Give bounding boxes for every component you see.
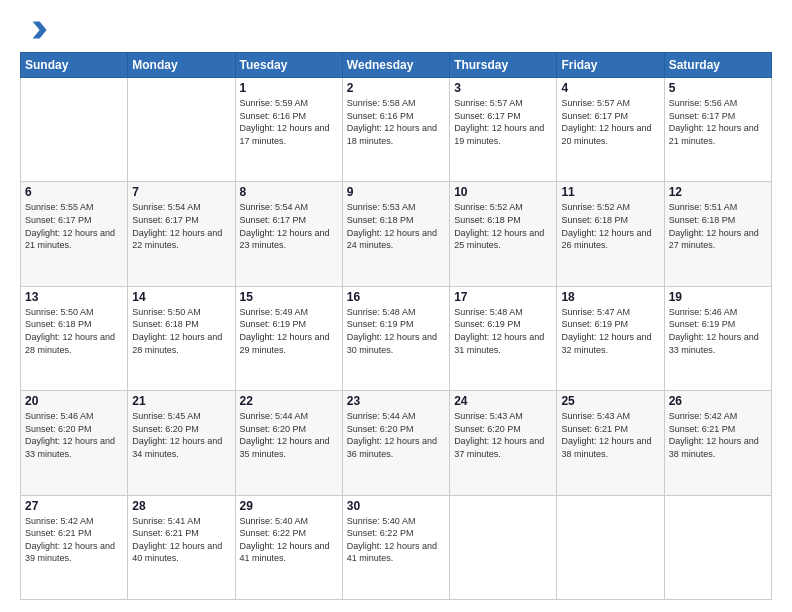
calendar-cell: 21Sunrise: 5:45 AM Sunset: 6:20 PM Dayli…	[128, 391, 235, 495]
calendar-cell: 6Sunrise: 5:55 AM Sunset: 6:17 PM Daylig…	[21, 182, 128, 286]
calendar-cell: 23Sunrise: 5:44 AM Sunset: 6:20 PM Dayli…	[342, 391, 449, 495]
day-number: 6	[25, 185, 123, 199]
calendar-week-row: 27Sunrise: 5:42 AM Sunset: 6:21 PM Dayli…	[21, 495, 772, 599]
calendar-cell: 29Sunrise: 5:40 AM Sunset: 6:22 PM Dayli…	[235, 495, 342, 599]
day-info: Sunrise: 5:53 AM Sunset: 6:18 PM Dayligh…	[347, 201, 445, 251]
day-number: 7	[132, 185, 230, 199]
calendar-table: SundayMondayTuesdayWednesdayThursdayFrid…	[20, 52, 772, 600]
calendar-cell: 2Sunrise: 5:58 AM Sunset: 6:16 PM Daylig…	[342, 78, 449, 182]
day-number: 30	[347, 499, 445, 513]
day-number: 15	[240, 290, 338, 304]
weekday-header: Sunday	[21, 53, 128, 78]
calendar-cell: 17Sunrise: 5:48 AM Sunset: 6:19 PM Dayli…	[450, 286, 557, 390]
day-info: Sunrise: 5:45 AM Sunset: 6:20 PM Dayligh…	[132, 410, 230, 460]
day-info: Sunrise: 5:54 AM Sunset: 6:17 PM Dayligh…	[132, 201, 230, 251]
svg-marker-0	[33, 22, 47, 39]
calendar-week-row: 20Sunrise: 5:46 AM Sunset: 6:20 PM Dayli…	[21, 391, 772, 495]
calendar-cell: 5Sunrise: 5:56 AM Sunset: 6:17 PM Daylig…	[664, 78, 771, 182]
calendar-week-row: 1Sunrise: 5:59 AM Sunset: 6:16 PM Daylig…	[21, 78, 772, 182]
calendar-cell: 14Sunrise: 5:50 AM Sunset: 6:18 PM Dayli…	[128, 286, 235, 390]
day-info: Sunrise: 5:52 AM Sunset: 6:18 PM Dayligh…	[561, 201, 659, 251]
day-number: 26	[669, 394, 767, 408]
day-info: Sunrise: 5:41 AM Sunset: 6:21 PM Dayligh…	[132, 515, 230, 565]
day-info: Sunrise: 5:40 AM Sunset: 6:22 PM Dayligh…	[347, 515, 445, 565]
day-info: Sunrise: 5:43 AM Sunset: 6:21 PM Dayligh…	[561, 410, 659, 460]
day-number: 16	[347, 290, 445, 304]
day-number: 9	[347, 185, 445, 199]
day-number: 25	[561, 394, 659, 408]
calendar-cell: 3Sunrise: 5:57 AM Sunset: 6:17 PM Daylig…	[450, 78, 557, 182]
day-info: Sunrise: 5:55 AM Sunset: 6:17 PM Dayligh…	[25, 201, 123, 251]
day-info: Sunrise: 5:47 AM Sunset: 6:19 PM Dayligh…	[561, 306, 659, 356]
calendar-week-row: 6Sunrise: 5:55 AM Sunset: 6:17 PM Daylig…	[21, 182, 772, 286]
day-number: 3	[454, 81, 552, 95]
calendar-cell: 10Sunrise: 5:52 AM Sunset: 6:18 PM Dayli…	[450, 182, 557, 286]
calendar-cell: 7Sunrise: 5:54 AM Sunset: 6:17 PM Daylig…	[128, 182, 235, 286]
calendar-cell	[450, 495, 557, 599]
day-info: Sunrise: 5:42 AM Sunset: 6:21 PM Dayligh…	[669, 410, 767, 460]
calendar-cell: 24Sunrise: 5:43 AM Sunset: 6:20 PM Dayli…	[450, 391, 557, 495]
day-info: Sunrise: 5:54 AM Sunset: 6:17 PM Dayligh…	[240, 201, 338, 251]
weekday-header: Monday	[128, 53, 235, 78]
calendar-cell: 16Sunrise: 5:48 AM Sunset: 6:19 PM Dayli…	[342, 286, 449, 390]
calendar-cell: 27Sunrise: 5:42 AM Sunset: 6:21 PM Dayli…	[21, 495, 128, 599]
day-number: 14	[132, 290, 230, 304]
day-info: Sunrise: 5:50 AM Sunset: 6:18 PM Dayligh…	[132, 306, 230, 356]
day-info: Sunrise: 5:58 AM Sunset: 6:16 PM Dayligh…	[347, 97, 445, 147]
day-number: 20	[25, 394, 123, 408]
calendar-cell: 28Sunrise: 5:41 AM Sunset: 6:21 PM Dayli…	[128, 495, 235, 599]
day-number: 8	[240, 185, 338, 199]
day-info: Sunrise: 5:56 AM Sunset: 6:17 PM Dayligh…	[669, 97, 767, 147]
day-number: 13	[25, 290, 123, 304]
calendar-cell: 19Sunrise: 5:46 AM Sunset: 6:19 PM Dayli…	[664, 286, 771, 390]
day-info: Sunrise: 5:46 AM Sunset: 6:20 PM Dayligh…	[25, 410, 123, 460]
day-info: Sunrise: 5:50 AM Sunset: 6:18 PM Dayligh…	[25, 306, 123, 356]
day-number: 12	[669, 185, 767, 199]
day-number: 19	[669, 290, 767, 304]
calendar-cell: 1Sunrise: 5:59 AM Sunset: 6:16 PM Daylig…	[235, 78, 342, 182]
day-number: 28	[132, 499, 230, 513]
day-info: Sunrise: 5:40 AM Sunset: 6:22 PM Dayligh…	[240, 515, 338, 565]
weekday-header: Wednesday	[342, 53, 449, 78]
day-info: Sunrise: 5:43 AM Sunset: 6:20 PM Dayligh…	[454, 410, 552, 460]
calendar-cell: 20Sunrise: 5:46 AM Sunset: 6:20 PM Dayli…	[21, 391, 128, 495]
day-number: 23	[347, 394, 445, 408]
calendar-cell: 9Sunrise: 5:53 AM Sunset: 6:18 PM Daylig…	[342, 182, 449, 286]
page: SundayMondayTuesdayWednesdayThursdayFrid…	[0, 0, 792, 612]
calendar-cell: 8Sunrise: 5:54 AM Sunset: 6:17 PM Daylig…	[235, 182, 342, 286]
header	[20, 16, 772, 44]
day-info: Sunrise: 5:42 AM Sunset: 6:21 PM Dayligh…	[25, 515, 123, 565]
day-number: 2	[347, 81, 445, 95]
calendar-week-row: 13Sunrise: 5:50 AM Sunset: 6:18 PM Dayli…	[21, 286, 772, 390]
calendar-cell: 13Sunrise: 5:50 AM Sunset: 6:18 PM Dayli…	[21, 286, 128, 390]
calendar-cell	[557, 495, 664, 599]
calendar-cell: 4Sunrise: 5:57 AM Sunset: 6:17 PM Daylig…	[557, 78, 664, 182]
day-info: Sunrise: 5:48 AM Sunset: 6:19 PM Dayligh…	[347, 306, 445, 356]
day-number: 22	[240, 394, 338, 408]
calendar-cell: 15Sunrise: 5:49 AM Sunset: 6:19 PM Dayli…	[235, 286, 342, 390]
day-number: 21	[132, 394, 230, 408]
logo-icon	[20, 16, 48, 44]
calendar-cell: 11Sunrise: 5:52 AM Sunset: 6:18 PM Dayli…	[557, 182, 664, 286]
day-info: Sunrise: 5:52 AM Sunset: 6:18 PM Dayligh…	[454, 201, 552, 251]
day-number: 11	[561, 185, 659, 199]
calendar-cell: 18Sunrise: 5:47 AM Sunset: 6:19 PM Dayli…	[557, 286, 664, 390]
day-number: 18	[561, 290, 659, 304]
calendar-cell	[664, 495, 771, 599]
weekday-header: Thursday	[450, 53, 557, 78]
day-info: Sunrise: 5:51 AM Sunset: 6:18 PM Dayligh…	[669, 201, 767, 251]
calendar-cell: 25Sunrise: 5:43 AM Sunset: 6:21 PM Dayli…	[557, 391, 664, 495]
day-info: Sunrise: 5:59 AM Sunset: 6:16 PM Dayligh…	[240, 97, 338, 147]
day-number: 24	[454, 394, 552, 408]
day-info: Sunrise: 5:48 AM Sunset: 6:19 PM Dayligh…	[454, 306, 552, 356]
weekday-header: Friday	[557, 53, 664, 78]
day-info: Sunrise: 5:49 AM Sunset: 6:19 PM Dayligh…	[240, 306, 338, 356]
day-number: 27	[25, 499, 123, 513]
day-info: Sunrise: 5:44 AM Sunset: 6:20 PM Dayligh…	[240, 410, 338, 460]
weekday-header: Tuesday	[235, 53, 342, 78]
day-info: Sunrise: 5:57 AM Sunset: 6:17 PM Dayligh…	[454, 97, 552, 147]
day-number: 29	[240, 499, 338, 513]
day-number: 4	[561, 81, 659, 95]
day-info: Sunrise: 5:46 AM Sunset: 6:19 PM Dayligh…	[669, 306, 767, 356]
calendar-cell: 26Sunrise: 5:42 AM Sunset: 6:21 PM Dayli…	[664, 391, 771, 495]
